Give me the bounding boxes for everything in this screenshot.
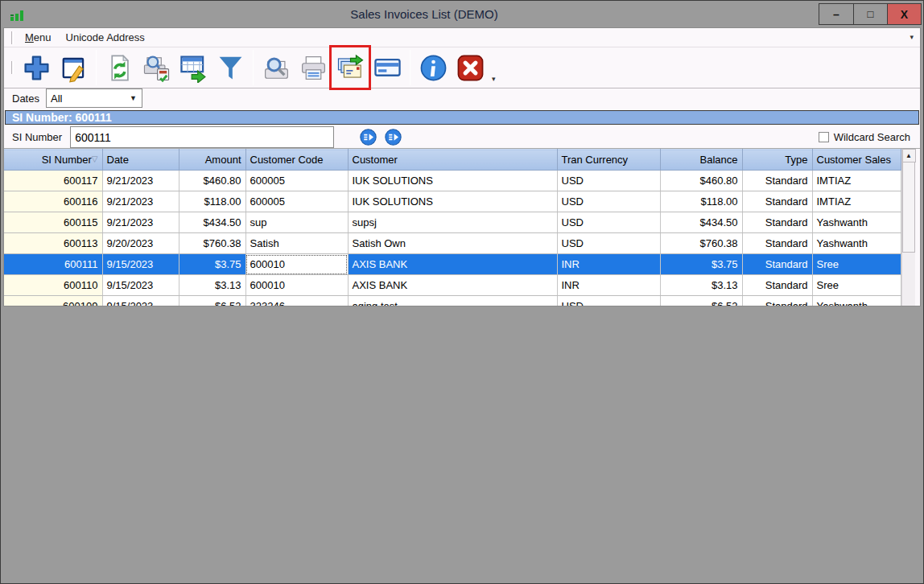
table-cell[interactable]: 9/21/2023 — [102, 171, 179, 191]
table-cell[interactable]: $118.00 — [179, 191, 245, 212]
table-cell[interactable]: Satish Own — [348, 233, 557, 254]
table-row[interactable]: 6001179/21/2023$460.80600005IUK SOLUTION… — [4, 171, 901, 191]
table-cell[interactable]: Sree — [812, 275, 901, 296]
close-button[interactable]: X — [887, 4, 921, 24]
table-row[interactable]: 6001109/15/2023$3.13600010AXIS BANKINR$3… — [4, 275, 901, 296]
table-cell[interactable]: 600116 — [4, 191, 102, 212]
table-cell[interactable]: $760.38 — [179, 233, 245, 254]
column-header-customer[interactable]: Customer — [348, 150, 557, 171]
menu-item-menu[interactable]: Menu — [18, 28, 59, 47]
table-row[interactable]: 6001169/21/2023$118.00600005IUK SOLUTION… — [4, 191, 901, 212]
table-cell[interactable]: Standard — [742, 191, 812, 212]
column-header-customer-code[interactable]: Customer Code — [245, 150, 348, 171]
table-cell[interactable]: $3.13 — [660, 275, 742, 296]
table-cell[interactable]: Sree — [812, 254, 901, 275]
toolbar-grip[interactable] — [11, 61, 14, 74]
table-cell[interactable]: $3.75 — [660, 254, 742, 275]
table-cell[interactable]: aging test — [348, 296, 557, 306]
exit-button[interactable] — [452, 47, 489, 88]
si-number-input[interactable] — [70, 126, 334, 148]
menu-item-unicode-address[interactable]: Unicode Address — [59, 28, 152, 47]
menubar-grip[interactable] — [11, 31, 14, 44]
table-cell[interactable]: AXIS BANK — [348, 254, 557, 275]
table-cell[interactable]: $434.50 — [660, 212, 742, 233]
table-row[interactable]: 6001159/21/2023$434.50supsupsjUSD$434.50… — [4, 212, 901, 233]
print-preview-button[interactable] — [258, 47, 295, 88]
send-mail-button[interactable] — [332, 47, 369, 88]
table-cell[interactable]: $6.52 — [179, 296, 245, 306]
table-cell[interactable]: USD — [557, 296, 660, 306]
table-cell[interactable]: 600117 — [4, 171, 102, 191]
table-cell[interactable]: 600113 — [4, 233, 102, 254]
find-button[interactable] — [360, 129, 377, 146]
dates-select[interactable]: All ▼ — [46, 88, 142, 108]
table-cell[interactable]: $118.00 — [660, 191, 742, 212]
table-cell[interactable]: Standard — [742, 275, 812, 296]
table-cell[interactable]: 9/15/2023 — [102, 275, 179, 296]
table-row[interactable]: 6001139/20/2023$760.38SatishSatish OwnUS… — [4, 233, 901, 254]
title-bar[interactable]: Sales Invoices List (DEMO) – □ X — [1, 1, 923, 27]
vertical-scrollbar[interactable]: ▲ ▼ — [901, 149, 915, 306]
table-cell[interactable]: Yashwanth — [812, 296, 901, 306]
toolbar-overflow-icon[interactable]: ▾ — [492, 75, 496, 83]
table-cell[interactable]: IUK SOLUTIONS — [348, 191, 557, 212]
info-button[interactable] — [415, 47, 452, 88]
maximize-button[interactable]: □ — [853, 4, 887, 24]
table-cell[interactable]: USD — [557, 171, 660, 191]
table-cell[interactable]: 600010 — [245, 275, 348, 296]
edit-button[interactable] — [55, 47, 92, 88]
table-cell[interactable]: 600111 — [4, 254, 102, 275]
column-header-si-number[interactable]: SI Number▽ — [4, 150, 102, 171]
refresh-button[interactable] — [101, 47, 138, 88]
find-next-button[interactable] — [385, 129, 402, 146]
table-cell[interactable]: 9/15/2023 — [102, 296, 179, 306]
table-cell[interactable]: Standard — [742, 254, 812, 275]
table-cell[interactable]: $434.50 — [179, 212, 245, 233]
minimize-button[interactable]: – — [819, 4, 853, 24]
table-cell[interactable]: $6.52 — [660, 296, 742, 306]
table-cell[interactable]: $460.80 — [660, 171, 742, 191]
table-cell[interactable]: 9/21/2023 — [102, 191, 179, 212]
table-cell[interactable]: 600115 — [4, 212, 102, 233]
column-header-amount[interactable]: Amount — [179, 150, 245, 171]
table-cell[interactable]: USD — [557, 233, 660, 254]
table-cell[interactable]: $3.75 — [179, 254, 245, 275]
table-cell[interactable]: 9/21/2023 — [102, 212, 179, 233]
export-grid-button[interactable] — [175, 47, 212, 88]
table-cell[interactable]: sup — [245, 212, 348, 233]
credit-card-button[interactable] — [369, 47, 406, 88]
table-cell[interactable]: Standard — [742, 296, 812, 306]
menubar-overflow-icon[interactable]: ▾ — [910, 33, 914, 41]
column-header-customer-sales[interactable]: Customer Sales — [812, 150, 901, 171]
table-cell[interactable]: Standard — [742, 212, 812, 233]
filter-button[interactable] — [212, 47, 249, 88]
column-header-tran-currency[interactable]: Tran Currency — [557, 150, 660, 171]
table-cell[interactable]: $760.38 — [660, 233, 742, 254]
table-cell[interactable]: INR — [557, 275, 660, 296]
table-cell[interactable]: 600005 — [245, 191, 348, 212]
column-header-date[interactable]: Date — [102, 150, 179, 171]
table-cell[interactable]: 9/15/2023 — [102, 254, 179, 275]
vertical-scrollbar-track[interactable] — [902, 253, 915, 306]
table-cell[interactable]: USD — [557, 191, 660, 212]
print-button[interactable] — [295, 47, 332, 88]
table-cell[interactable]: 600110 — [4, 275, 102, 296]
scroll-up-icon[interactable]: ▲ — [902, 149, 916, 162]
table-cell[interactable]: 600005 — [245, 171, 348, 191]
table-cell[interactable]: USD — [557, 212, 660, 233]
table-row[interactable]: 6001119/15/2023$3.75600010AXIS BANKINR$3… — [4, 254, 901, 275]
table-cell[interactable]: Yashwanth — [812, 233, 901, 254]
column-header-type[interactable]: Type — [742, 150, 812, 171]
table-cell[interactable]: INR — [557, 254, 660, 275]
print-scan-button[interactable] — [138, 47, 175, 88]
column-header-balance[interactable]: Balance — [660, 150, 742, 171]
table-cell[interactable]: IMTIAZ — [812, 171, 901, 191]
vertical-scrollbar-thumb[interactable] — [902, 162, 915, 253]
table-cell[interactable]: $3.13 — [179, 275, 245, 296]
table-cell[interactable]: Yashwanth — [812, 212, 901, 233]
table-cell[interactable]: $460.80 — [179, 171, 245, 191]
table-cell[interactable]: IMTIAZ — [812, 191, 901, 212]
table-cell[interactable]: 9/20/2023 — [102, 233, 179, 254]
add-button[interactable] — [18, 47, 55, 88]
table-cell[interactable]: Standard — [742, 233, 812, 254]
